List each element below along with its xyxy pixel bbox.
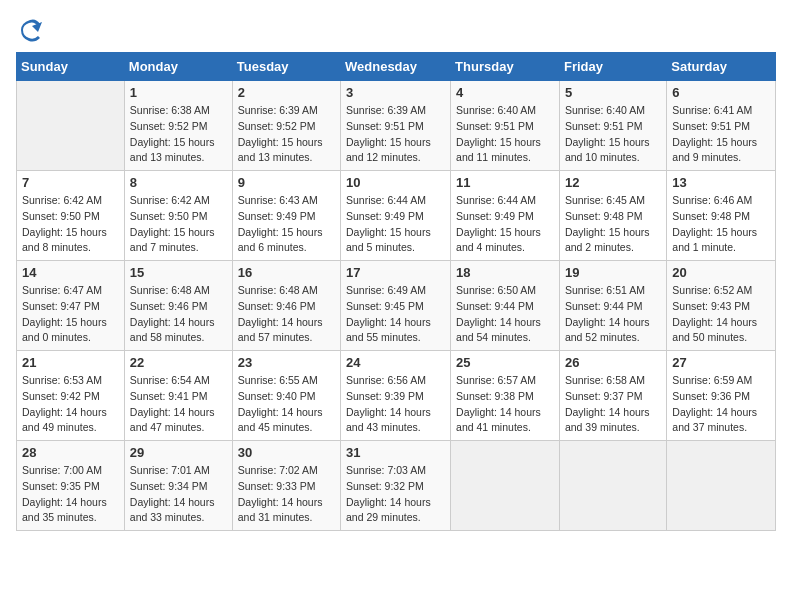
calendar-cell: 3Sunrise: 6:39 AM Sunset: 9:51 PM Daylig… [341, 81, 451, 171]
calendar-cell: 26Sunrise: 6:58 AM Sunset: 9:37 PM Dayli… [559, 351, 666, 441]
cell-content: Sunrise: 6:51 AM Sunset: 9:44 PM Dayligh… [565, 283, 661, 346]
calendar-cell: 10Sunrise: 6:44 AM Sunset: 9:49 PM Dayli… [341, 171, 451, 261]
day-number: 16 [238, 265, 335, 280]
day-number: 15 [130, 265, 227, 280]
cell-content: Sunrise: 6:39 AM Sunset: 9:52 PM Dayligh… [238, 103, 335, 166]
cell-content: Sunrise: 6:57 AM Sunset: 9:38 PM Dayligh… [456, 373, 554, 436]
logo-icon [16, 16, 44, 44]
calendar-cell: 17Sunrise: 6:49 AM Sunset: 9:45 PM Dayli… [341, 261, 451, 351]
calendar-week-2: 7Sunrise: 6:42 AM Sunset: 9:50 PM Daylig… [17, 171, 776, 261]
day-number: 8 [130, 175, 227, 190]
calendar-table: SundayMondayTuesdayWednesdayThursdayFrid… [16, 52, 776, 531]
day-number: 12 [565, 175, 661, 190]
calendar-cell: 28Sunrise: 7:00 AM Sunset: 9:35 PM Dayli… [17, 441, 125, 531]
day-number: 24 [346, 355, 445, 370]
cell-content: Sunrise: 6:42 AM Sunset: 9:50 PM Dayligh… [130, 193, 227, 256]
day-number: 3 [346, 85, 445, 100]
calendar-cell: 15Sunrise: 6:48 AM Sunset: 9:46 PM Dayli… [124, 261, 232, 351]
day-number: 18 [456, 265, 554, 280]
calendar-cell: 13Sunrise: 6:46 AM Sunset: 9:48 PM Dayli… [667, 171, 776, 261]
day-number: 22 [130, 355, 227, 370]
calendar-cell: 1Sunrise: 6:38 AM Sunset: 9:52 PM Daylig… [124, 81, 232, 171]
calendar-header-row: SundayMondayTuesdayWednesdayThursdayFrid… [17, 53, 776, 81]
cell-content: Sunrise: 6:55 AM Sunset: 9:40 PM Dayligh… [238, 373, 335, 436]
day-number: 21 [22, 355, 119, 370]
calendar-cell [17, 81, 125, 171]
calendar-cell: 11Sunrise: 6:44 AM Sunset: 9:49 PM Dayli… [451, 171, 560, 261]
day-number: 30 [238, 445, 335, 460]
calendar-cell: 7Sunrise: 6:42 AM Sunset: 9:50 PM Daylig… [17, 171, 125, 261]
calendar-cell [451, 441, 560, 531]
day-number: 4 [456, 85, 554, 100]
day-number: 13 [672, 175, 770, 190]
day-number: 26 [565, 355, 661, 370]
header-sunday: Sunday [17, 53, 125, 81]
calendar-cell: 29Sunrise: 7:01 AM Sunset: 9:34 PM Dayli… [124, 441, 232, 531]
calendar-cell: 21Sunrise: 6:53 AM Sunset: 9:42 PM Dayli… [17, 351, 125, 441]
day-number: 1 [130, 85, 227, 100]
cell-content: Sunrise: 6:43 AM Sunset: 9:49 PM Dayligh… [238, 193, 335, 256]
logo [16, 16, 48, 44]
day-number: 6 [672, 85, 770, 100]
cell-content: Sunrise: 7:00 AM Sunset: 9:35 PM Dayligh… [22, 463, 119, 526]
calendar-cell: 2Sunrise: 6:39 AM Sunset: 9:52 PM Daylig… [232, 81, 340, 171]
calendar-cell: 9Sunrise: 6:43 AM Sunset: 9:49 PM Daylig… [232, 171, 340, 261]
cell-content: Sunrise: 6:59 AM Sunset: 9:36 PM Dayligh… [672, 373, 770, 436]
calendar-cell: 14Sunrise: 6:47 AM Sunset: 9:47 PM Dayli… [17, 261, 125, 351]
day-number: 9 [238, 175, 335, 190]
calendar-cell [559, 441, 666, 531]
header-monday: Monday [124, 53, 232, 81]
calendar-cell: 20Sunrise: 6:52 AM Sunset: 9:43 PM Dayli… [667, 261, 776, 351]
cell-content: Sunrise: 6:39 AM Sunset: 9:51 PM Dayligh… [346, 103, 445, 166]
cell-content: Sunrise: 6:44 AM Sunset: 9:49 PM Dayligh… [346, 193, 445, 256]
cell-content: Sunrise: 6:58 AM Sunset: 9:37 PM Dayligh… [565, 373, 661, 436]
calendar-cell: 19Sunrise: 6:51 AM Sunset: 9:44 PM Dayli… [559, 261, 666, 351]
calendar-cell: 25Sunrise: 6:57 AM Sunset: 9:38 PM Dayli… [451, 351, 560, 441]
calendar-cell [667, 441, 776, 531]
header-wednesday: Wednesday [341, 53, 451, 81]
calendar-cell: 31Sunrise: 7:03 AM Sunset: 9:32 PM Dayli… [341, 441, 451, 531]
cell-content: Sunrise: 6:53 AM Sunset: 9:42 PM Dayligh… [22, 373, 119, 436]
cell-content: Sunrise: 6:38 AM Sunset: 9:52 PM Dayligh… [130, 103, 227, 166]
day-number: 19 [565, 265, 661, 280]
day-number: 20 [672, 265, 770, 280]
day-number: 10 [346, 175, 445, 190]
cell-content: Sunrise: 7:02 AM Sunset: 9:33 PM Dayligh… [238, 463, 335, 526]
cell-content: Sunrise: 6:50 AM Sunset: 9:44 PM Dayligh… [456, 283, 554, 346]
cell-content: Sunrise: 6:44 AM Sunset: 9:49 PM Dayligh… [456, 193, 554, 256]
calendar-cell: 30Sunrise: 7:02 AM Sunset: 9:33 PM Dayli… [232, 441, 340, 531]
cell-content: Sunrise: 6:40 AM Sunset: 9:51 PM Dayligh… [456, 103, 554, 166]
calendar-cell: 18Sunrise: 6:50 AM Sunset: 9:44 PM Dayli… [451, 261, 560, 351]
cell-content: Sunrise: 7:03 AM Sunset: 9:32 PM Dayligh… [346, 463, 445, 526]
calendar-week-1: 1Sunrise: 6:38 AM Sunset: 9:52 PM Daylig… [17, 81, 776, 171]
cell-content: Sunrise: 6:54 AM Sunset: 9:41 PM Dayligh… [130, 373, 227, 436]
cell-content: Sunrise: 6:40 AM Sunset: 9:51 PM Dayligh… [565, 103, 661, 166]
calendar-cell: 16Sunrise: 6:48 AM Sunset: 9:46 PM Dayli… [232, 261, 340, 351]
day-number: 25 [456, 355, 554, 370]
calendar-cell: 27Sunrise: 6:59 AM Sunset: 9:36 PM Dayli… [667, 351, 776, 441]
calendar-cell: 4Sunrise: 6:40 AM Sunset: 9:51 PM Daylig… [451, 81, 560, 171]
cell-content: Sunrise: 6:42 AM Sunset: 9:50 PM Dayligh… [22, 193, 119, 256]
header-tuesday: Tuesday [232, 53, 340, 81]
day-number: 29 [130, 445, 227, 460]
calendar-cell: 22Sunrise: 6:54 AM Sunset: 9:41 PM Dayli… [124, 351, 232, 441]
cell-content: Sunrise: 6:52 AM Sunset: 9:43 PM Dayligh… [672, 283, 770, 346]
header-saturday: Saturday [667, 53, 776, 81]
calendar-week-5: 28Sunrise: 7:00 AM Sunset: 9:35 PM Dayli… [17, 441, 776, 531]
page-header [16, 16, 776, 44]
calendar-cell: 23Sunrise: 6:55 AM Sunset: 9:40 PM Dayli… [232, 351, 340, 441]
calendar-cell: 12Sunrise: 6:45 AM Sunset: 9:48 PM Dayli… [559, 171, 666, 261]
calendar-cell: 6Sunrise: 6:41 AM Sunset: 9:51 PM Daylig… [667, 81, 776, 171]
header-thursday: Thursday [451, 53, 560, 81]
cell-content: Sunrise: 6:48 AM Sunset: 9:46 PM Dayligh… [238, 283, 335, 346]
day-number: 2 [238, 85, 335, 100]
day-number: 23 [238, 355, 335, 370]
day-number: 7 [22, 175, 119, 190]
calendar-week-4: 21Sunrise: 6:53 AM Sunset: 9:42 PM Dayli… [17, 351, 776, 441]
cell-content: Sunrise: 6:47 AM Sunset: 9:47 PM Dayligh… [22, 283, 119, 346]
day-number: 17 [346, 265, 445, 280]
cell-content: Sunrise: 6:48 AM Sunset: 9:46 PM Dayligh… [130, 283, 227, 346]
cell-content: Sunrise: 6:49 AM Sunset: 9:45 PM Dayligh… [346, 283, 445, 346]
calendar-week-3: 14Sunrise: 6:47 AM Sunset: 9:47 PM Dayli… [17, 261, 776, 351]
cell-content: Sunrise: 6:45 AM Sunset: 9:48 PM Dayligh… [565, 193, 661, 256]
